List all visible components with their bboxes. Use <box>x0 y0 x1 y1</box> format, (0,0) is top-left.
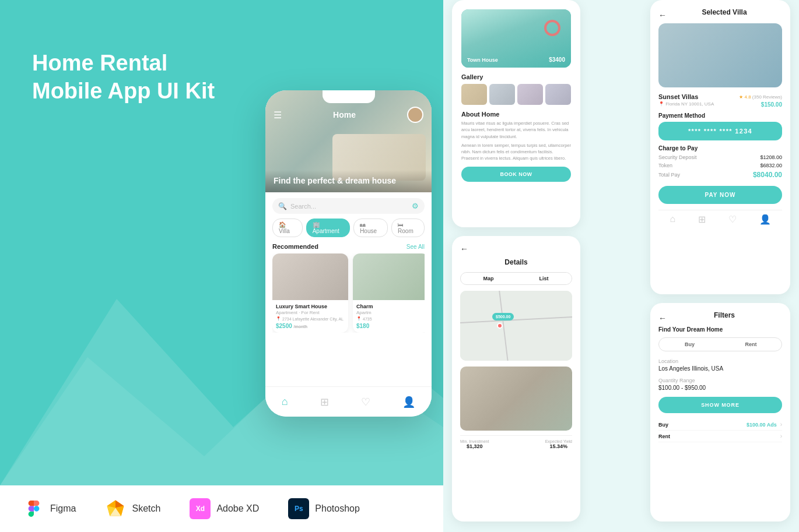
figma-logo <box>23 498 44 519</box>
svg-rect-8 <box>460 291 572 361</box>
total-label: Total Pay <box>658 172 680 178</box>
buy-tab[interactable]: Buy <box>659 338 720 351</box>
phone-bottom-nav: ⌂ ⊞ ♡ 👤 <box>265 386 432 417</box>
map-list-tabs: Map List <box>460 272 572 285</box>
investment-value: $1,320 <box>460 443 489 449</box>
villa-image <box>658 23 782 87</box>
nav-map-icon[interactable]: ⊞ <box>320 396 329 408</box>
gallery-title: Gallery <box>461 73 571 80</box>
location-pin-icon: 📍 <box>658 101 664 107</box>
phone-inner: ☰ Home Find the perfect & dream house 🔍 … <box>265 90 432 417</box>
villa-nav-map[interactable]: ⊞ <box>698 214 706 225</box>
property-card-image-1 <box>272 253 348 300</box>
villa-back-button[interactable]: ← <box>658 10 667 20</box>
villa-panel-title: Selected Villa <box>667 8 782 16</box>
quantity-field-value: $100.00 - $950.00 <box>658 385 782 391</box>
nav-heart-icon[interactable]: ♡ <box>361 396 370 408</box>
see-all-link[interactable]: See All <box>406 244 425 250</box>
about-title: About Home <box>461 111 571 118</box>
details-stats: Min. Investment $1,320 Expected Yield 15… <box>460 435 572 453</box>
villa-price: $150.00 <box>761 101 782 108</box>
charge-label: Charge to Pay <box>658 145 782 152</box>
gallery-thumb-2[interactable] <box>489 84 515 105</box>
villa-name-row: Sunset Villas ★ 4.8 (350 Reviews) <box>658 93 782 100</box>
buy-rent-tabs: Buy Rent <box>658 337 782 351</box>
villa-nav-profile[interactable]: 👤 <box>759 214 771 225</box>
gallery-thumb-1[interactable] <box>461 84 487 105</box>
xd-label: Adobe XD <box>216 503 259 514</box>
token-label: Token <box>658 163 672 168</box>
pill-room[interactable]: 🛏 Room <box>391 219 425 237</box>
gallery-thumb-3[interactable] <box>517 84 543 105</box>
map-tab[interactable]: Map <box>461 273 516 284</box>
villa-panel: ← Selected Villa Sunset Villas ★ 4.8 (35… <box>650 0 790 294</box>
photoshop-tool: Ps Photoshop <box>288 498 360 519</box>
hero-title: Home Rental Mobile App UI Kit <box>32 50 215 105</box>
nav-profile-icon[interactable]: 👤 <box>402 396 415 408</box>
location-field: Location Los Angeles Illinois, USA <box>658 358 782 372</box>
pay-now-button[interactable]: PAY NOW <box>658 186 782 204</box>
show-more-button[interactable]: SHOW MORE <box>658 397 782 413</box>
figma-tool: Figma <box>23 498 76 519</box>
location-icon-2: 📍 <box>356 316 362 321</box>
gallery-thumb-4[interactable] <box>545 84 571 105</box>
filters-back-button[interactable]: ← <box>658 313 667 323</box>
property-price-2: $180 <box>356 323 425 329</box>
pill-apartment[interactable]: 🏢 Apartment <box>306 219 350 237</box>
figma-label: Figma <box>50 503 76 514</box>
rent-tab[interactable]: Rent <box>720 338 782 351</box>
list-tab[interactable]: List <box>516 273 572 284</box>
location-field-value[interactable]: Los Angeles Illinois, USA <box>658 365 782 372</box>
avatar <box>407 107 423 123</box>
filter-option-buy: Buy $100.00 Ads › <box>658 419 782 431</box>
pill-villa[interactable]: 🏠 Villa <box>272 219 303 237</box>
phone-nav-title: Home <box>333 110 356 119</box>
map-location-dot <box>497 323 503 329</box>
phone-nav: ☰ Home <box>265 107 432 123</box>
stat-yield: Expected Yield 15.34% <box>545 439 572 449</box>
sketch-tool: Sketch <box>105 498 160 519</box>
pill-house[interactable]: 🏘 House <box>353 219 388 237</box>
buy-option-value: $100.00 Ads <box>747 422 777 428</box>
total-row: Total Pay $8040.00 <box>658 171 782 179</box>
property-card-body-1: Luxury Smart House Apartment · For Rent … <box>272 300 348 333</box>
villa-rating: ★ 4.8 (350 Reviews) <box>739 94 782 100</box>
token-value: $6832.00 <box>760 163 782 168</box>
details-back-button[interactable]: ← <box>460 244 468 253</box>
phone-search-bar[interactable]: 🔍 Search... ⚙ <box>272 198 425 214</box>
location-icon: 📍 <box>276 316 281 321</box>
phone-hero-overlay: Find the perfect & dream house <box>265 170 432 192</box>
quantity-field: Quantity Range $100.00 - $950.00 <box>658 378 782 391</box>
details-title: Details <box>460 258 572 266</box>
nav-home-icon[interactable]: ⌂ <box>282 396 288 408</box>
xd-logo: Xd <box>190 498 211 519</box>
about-text-1: Mauris vitae risus ac ligula imperdiet p… <box>461 120 571 140</box>
yield-label: Expected Yield <box>545 439 572 443</box>
total-value: $8040.00 <box>753 171 782 179</box>
filters-title: Filters <box>667 311 782 319</box>
villa-bottom-nav: ⌂ ⊞ ♡ 👤 <box>658 210 782 225</box>
property-card-1[interactable]: Luxury Smart House Apartment · For Rent … <box>272 253 348 333</box>
book-now-button[interactable]: BOOK NOW <box>461 167 571 182</box>
security-value: $1208.00 <box>760 154 782 160</box>
details-panel: ← Details Map List <box>452 236 580 522</box>
card-number[interactable]: **** **** **** 1234 <box>658 122 782 140</box>
phone-hero-image: ☰ Home Find the perfect & dream house <box>265 90 432 192</box>
villa-nav-heart[interactable]: ♡ <box>728 214 737 225</box>
property-cards: Luxury Smart House Apartment · For Rent … <box>272 253 425 333</box>
about-panel: Town House $3400 Gallery About Home Maur… <box>452 0 580 227</box>
map-price-tag: $500.00 <box>492 313 514 320</box>
recommended-section: Recommended See All <box>272 243 425 250</box>
search-icon: 🔍 <box>278 202 287 210</box>
investment-label: Min. Investment <box>460 439 489 443</box>
villa-name: Sunset Villas <box>658 93 698 100</box>
phone-notch <box>323 90 375 103</box>
villa-nav-home[interactable]: ⌂ <box>670 214 675 225</box>
property-card-2[interactable]: Charm Apartm 📍 4735 $180 <box>353 253 425 333</box>
filter-icon: ⚙ <box>412 202 419 210</box>
find-dream-home-label: Find Your Dream Home <box>658 326 782 333</box>
town-house-card: Town House $3400 <box>461 9 571 68</box>
phone-mockup: ☰ Home Find the perfect & dream house 🔍 … <box>265 90 432 417</box>
filter-option-rent: Rent › <box>658 431 782 442</box>
buy-option-label: Buy <box>658 422 668 428</box>
